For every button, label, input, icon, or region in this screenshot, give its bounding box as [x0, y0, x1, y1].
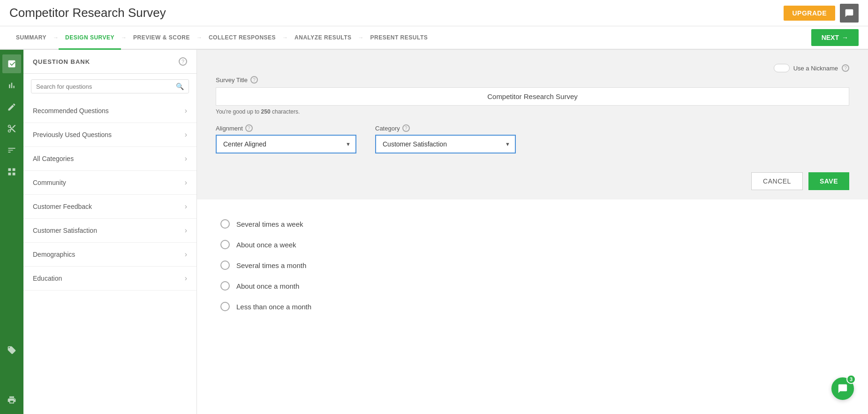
sidebar-header: QUESTION BANK ?	[23, 50, 196, 74]
char-limit-count: 250	[261, 108, 271, 115]
category-help-icon[interactable]: ?	[402, 124, 410, 132]
sidebar-title: QUESTION BANK	[33, 58, 90, 65]
nav-arrow-5: →	[358, 34, 364, 41]
alignment-group: Alignment ? Left Aligned Center Aligned …	[216, 124, 356, 153]
grid-icon	[7, 167, 16, 176]
category-group: Category ? Community Customer Feedback C…	[375, 124, 516, 153]
search-input[interactable]	[36, 83, 172, 90]
nav-arrow-4: →	[282, 34, 288, 41]
char-limit-prefix: You're good up to	[216, 108, 259, 115]
use-nickname-help-icon[interactable]: ?	[842, 64, 849, 72]
radio-circle-4[interactable]	[220, 281, 230, 291]
next-arrow-icon: →	[842, 34, 848, 41]
chevron-right-icon: ›	[185, 274, 187, 283]
nav-label-collect: COLLECT RESPONSES	[209, 34, 276, 41]
filter-icon	[7, 146, 16, 155]
nav-label-present: PRESENT RESULTS	[370, 34, 428, 41]
nav-label-preview: PREVIEW & SCORE	[133, 34, 190, 41]
radio-circle-5[interactable]	[220, 302, 230, 311]
main-content: Use a Nickname ? Survey Title ? You're g…	[197, 50, 868, 414]
nav-label-design: DESIGN SURVEY	[65, 34, 114, 41]
answer-label-4: About once a month	[236, 282, 299, 290]
icon-bar	[0, 50, 23, 414]
sidebar-list: Recommended Questions › Previously Used …	[23, 99, 196, 414]
icon-print[interactable]	[2, 391, 21, 409]
nav-arrow-2: →	[121, 34, 127, 41]
category-label: Category ?	[375, 124, 516, 132]
sidebar-item-demographics[interactable]: Demographics ›	[23, 243, 196, 267]
survey-title-label: Survey Title ?	[216, 76, 849, 84]
sidebar-item-label: Recommended Questions	[33, 107, 109, 115]
use-nickname-toggle[interactable]	[774, 64, 790, 72]
top-bar: Competitor Research Survey UPGRADE	[0, 0, 868, 26]
nav-item-summary[interactable]: SUMMARY	[9, 26, 53, 49]
icon-question-bank[interactable]	[2, 54, 21, 73]
answers-area: Several times a week About once a week S…	[197, 199, 868, 414]
sidebar-item-previously-used[interactable]: Previously Used Questions ›	[23, 123, 196, 147]
alignment-help-icon[interactable]: ?	[245, 124, 253, 132]
chevron-right-icon: ›	[185, 178, 187, 187]
sidebar-item-all-categories[interactable]: All Categories ›	[23, 147, 196, 171]
chevron-right-icon: ›	[185, 226, 187, 235]
sidebar-item-customer-feedback[interactable]: Customer Feedback ›	[23, 195, 196, 219]
icon-filter[interactable]	[2, 141, 21, 160]
nav-item-preview[interactable]: PREVIEW & SCORE	[127, 26, 196, 49]
answer-option-4: About once a month	[220, 276, 845, 296]
sidebar-item-label: All Categories	[33, 155, 74, 162]
answer-label-3: Several times a month	[236, 261, 306, 269]
survey-title-input[interactable]	[216, 87, 849, 106]
survey-title-help-icon[interactable]: ?	[250, 76, 258, 84]
chart-icon	[7, 81, 16, 90]
chevron-right-icon: ›	[185, 130, 187, 139]
sidebar-item-label: Customer Feedback	[33, 203, 92, 210]
cancel-button[interactable]: CANCEL	[751, 172, 803, 190]
sidebar: QUESTION BANK ? 🔍 Recommended Questions …	[23, 50, 197, 414]
alignment-label: Alignment ?	[216, 124, 356, 132]
main-layout: QUESTION BANK ? 🔍 Recommended Questions …	[0, 50, 868, 414]
icon-grid[interactable]	[2, 162, 21, 181]
nav-item-design[interactable]: DESIGN SURVEY	[59, 26, 121, 49]
nav-item-present[interactable]: PRESENT RESULTS	[364, 26, 435, 49]
fields-row: Alignment ? Left Aligned Center Aligned …	[216, 124, 849, 153]
chat-icon	[845, 8, 854, 18]
use-nickname-row: Use a Nickname ?	[216, 64, 849, 72]
search-icon: 🔍	[176, 83, 184, 90]
pencil-icon	[7, 102, 16, 112]
icon-chart[interactable]	[2, 76, 21, 95]
chevron-right-icon: ›	[185, 202, 187, 211]
save-button[interactable]: SAVE	[808, 172, 849, 190]
category-select[interactable]: Community Customer Feedback Customer Sat…	[375, 135, 516, 153]
answer-label-5: Less than once a month	[236, 303, 311, 311]
sidebar-item-community[interactable]: Community ›	[23, 171, 196, 195]
icon-tag[interactable]	[2, 341, 21, 360]
nav-arrow-1: →	[53, 34, 59, 41]
answer-option-3: Several times a month	[220, 255, 845, 276]
icon-pencil[interactable]	[2, 98, 21, 116]
sidebar-item-recommended[interactable]: Recommended Questions ›	[23, 99, 196, 123]
char-limit-text: You're good up to 250 characters.	[216, 108, 849, 115]
next-button[interactable]: NEXT →	[811, 29, 859, 46]
radio-circle-3[interactable]	[220, 261, 230, 270]
answer-label-2: About once a week	[236, 241, 296, 249]
nav-item-analyze[interactable]: ANALYZE RESULTS	[288, 26, 358, 49]
sidebar-item-customer-satisfaction[interactable]: Customer Satisfaction ›	[23, 219, 196, 243]
survey-title-area: Use a Nickname ? Survey Title ? You're g…	[197, 50, 868, 163]
alignment-select[interactable]: Left Aligned Center Aligned Right Aligne…	[216, 135, 356, 153]
sidebar-item-label: Community	[33, 179, 66, 186]
chat-badge: 3	[846, 375, 856, 384]
app-title: Competitor Research Survey	[9, 6, 166, 20]
radio-circle-2[interactable]	[220, 240, 230, 249]
radio-circle-1[interactable]	[220, 219, 230, 229]
sidebar-help-icon[interactable]: ?	[179, 57, 187, 66]
alignment-select-wrapper: Left Aligned Center Aligned Right Aligne…	[216, 135, 356, 153]
category-select-wrapper: Community Customer Feedback Customer Sat…	[375, 135, 516, 153]
top-bar-actions: UPGRADE	[784, 4, 859, 23]
nav-label-summary: SUMMARY	[16, 34, 46, 41]
nav-arrow-3: →	[196, 34, 202, 41]
upgrade-button[interactable]: UPGRADE	[784, 6, 835, 21]
sidebar-item-education[interactable]: Education ›	[23, 267, 196, 291]
sidebar-item-label: Customer Satisfaction	[33, 227, 97, 234]
nav-item-collect[interactable]: COLLECT RESPONSES	[202, 26, 282, 49]
icon-scissors[interactable]	[2, 119, 21, 138]
chat-button[interactable]	[840, 4, 859, 23]
